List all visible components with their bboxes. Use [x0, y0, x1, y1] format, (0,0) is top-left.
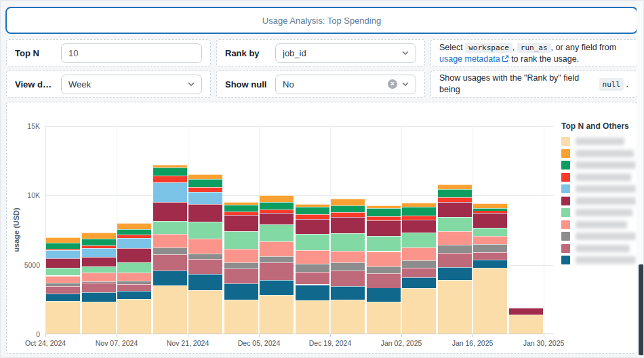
bar-segment[interactable] [260, 202, 294, 210]
legend-item[interactable] [561, 244, 636, 253]
bar-segment[interactable] [117, 291, 151, 299]
bar-segment[interactable] [117, 273, 151, 281]
legend-item[interactable] [561, 184, 636, 193]
stacked-bar[interactable] [473, 203, 507, 334]
rank-by-select[interactable]: job_id [275, 43, 416, 63]
bar-segment[interactable] [117, 235, 151, 238]
bar-segment[interactable] [153, 285, 187, 334]
bar-segment[interactable] [46, 286, 80, 293]
legend-item[interactable] [561, 161, 636, 170]
bar-segment[interactable] [188, 254, 222, 260]
bar-segment[interactable] [296, 250, 329, 264]
bar-segment[interactable] [82, 283, 116, 292]
bar-segment[interactable] [296, 204, 329, 206]
stacked-bar[interactable] [188, 174, 222, 334]
bar-segment[interactable] [224, 215, 258, 231]
legend-item[interactable] [561, 232, 636, 241]
bar-segment[interactable] [117, 223, 151, 229]
bar-segment[interactable] [438, 197, 472, 203]
bar-segment[interactable] [402, 203, 436, 207]
bar-segment[interactable] [260, 224, 294, 241]
stacked-bar[interactable] [509, 308, 543, 334]
stacked-bar[interactable] [367, 205, 401, 334]
bar-segment[interactable] [46, 276, 80, 283]
bar-segment[interactable] [438, 267, 472, 280]
bar-segment[interactable] [224, 212, 258, 215]
bar-segment[interactable] [438, 189, 472, 197]
bar-segment[interactable] [331, 286, 365, 300]
bar-segment[interactable] [402, 277, 436, 288]
legend-item[interactable] [561, 173, 636, 182]
bar-segment[interactable] [82, 302, 116, 334]
bar-segment[interactable] [260, 213, 294, 225]
stacked-bar[interactable] [224, 202, 258, 334]
legend-item[interactable] [561, 220, 636, 229]
bar-segment[interactable] [153, 254, 187, 271]
bar-segment[interactable] [224, 231, 258, 249]
bar-segment[interactable] [153, 271, 187, 285]
stacked-bar[interactable] [296, 204, 329, 334]
bar-segment[interactable] [331, 271, 365, 286]
bar-segment[interactable] [82, 245, 116, 248]
bar-segment[interactable] [224, 283, 258, 300]
bar-segment[interactable] [153, 165, 187, 167]
bar-segment[interactable] [224, 202, 258, 205]
bar-segment[interactable] [438, 202, 472, 217]
bar-segment[interactable] [438, 217, 472, 231]
bar-segment[interactable] [402, 260, 436, 268]
bar-segment[interactable] [473, 210, 507, 213]
bar-segment[interactable] [438, 245, 472, 253]
bar-segment[interactable] [188, 204, 222, 221]
bar-segment[interactable] [153, 167, 187, 176]
bar-segment[interactable] [153, 247, 187, 254]
legend-item[interactable] [561, 137, 636, 146]
bar-segment[interactable] [82, 266, 116, 273]
bar-segment[interactable] [260, 195, 294, 202]
bar-segment[interactable] [82, 248, 116, 257]
bar-segment[interactable] [331, 262, 365, 270]
stacked-bar[interactable] [46, 237, 80, 334]
bar-segment[interactable] [473, 244, 507, 253]
show-null-select[interactable]: No × [275, 75, 416, 94]
bar-segment[interactable] [367, 216, 401, 220]
bar-segment[interactable] [438, 231, 472, 245]
legend-item[interactable] [561, 208, 636, 217]
bar-segment[interactable] [367, 208, 401, 216]
bar-segment[interactable] [402, 247, 436, 260]
bar-segment[interactable] [82, 281, 116, 283]
bar-segment[interactable] [296, 272, 329, 285]
bar-segment[interactable] [46, 249, 80, 250]
bar-segment[interactable] [367, 266, 401, 273]
stacked-bar[interactable] [260, 195, 294, 334]
bar-segment[interactable] [367, 273, 401, 288]
bar-segment[interactable] [188, 179, 222, 187]
bar-segment[interactable] [331, 251, 365, 263]
bar-segment[interactable] [402, 288, 436, 334]
stacked-bar[interactable] [82, 233, 116, 334]
bar-segment[interactable] [188, 174, 222, 179]
bar-segment[interactable] [331, 199, 365, 205]
bar-segment[interactable] [296, 234, 329, 250]
bar-segment[interactable] [153, 182, 187, 202]
bar-segment[interactable] [82, 257, 116, 266]
bar-segment[interactable] [46, 294, 80, 301]
bar-segment[interactable] [46, 283, 80, 287]
bar-segment[interactable] [367, 205, 401, 208]
bar-segment[interactable] [46, 301, 80, 334]
bar-segment[interactable] [367, 252, 401, 267]
bar-segment[interactable] [188, 239, 222, 254]
legend-item[interactable] [561, 256, 636, 264]
bar-segment[interactable] [509, 308, 543, 315]
clear-selection-icon[interactable]: × [388, 79, 397, 89]
bar-segment[interactable] [260, 241, 294, 256]
bar-segment[interactable] [260, 280, 294, 295]
bar-segment[interactable] [331, 205, 365, 212]
bar-segment[interactable] [224, 249, 258, 262]
bar-segment[interactable] [402, 216, 436, 220]
stacked-bar[interactable] [331, 199, 365, 334]
bar-segment[interactable] [153, 234, 187, 247]
bar-segment[interactable] [46, 243, 80, 249]
bar-segment[interactable] [224, 205, 258, 212]
bar-segment[interactable] [188, 290, 222, 334]
bar-segment[interactable] [153, 176, 187, 182]
